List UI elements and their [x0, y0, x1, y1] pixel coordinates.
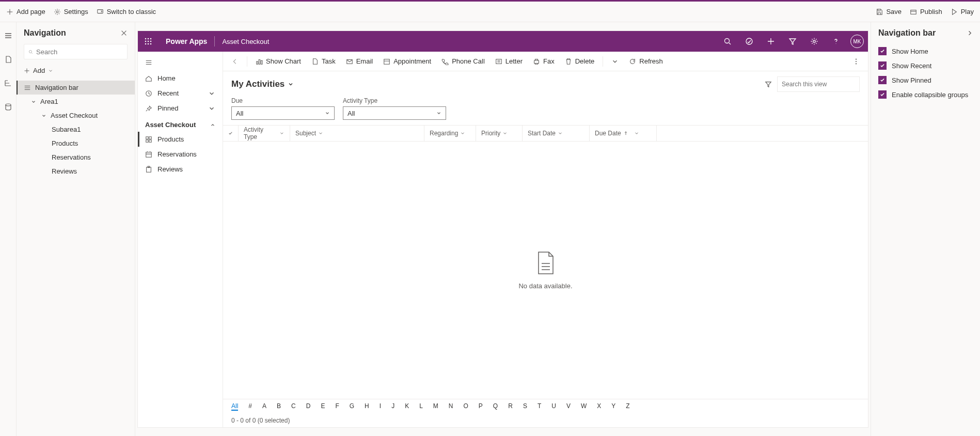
add-page-button[interactable]: Add page	[6, 8, 45, 15]
alpha-z[interactable]: Z	[626, 402, 629, 411]
switch-classic-button[interactable]: Switch to classic	[97, 8, 156, 15]
col-activity-type[interactable]: Activity Type	[239, 126, 290, 141]
alpha-d[interactable]: D	[306, 402, 311, 411]
svg-rect-31	[534, 60, 539, 63]
alpha-u[interactable]: U	[551, 402, 556, 411]
alpha-o[interactable]: O	[464, 402, 468, 411]
fax-button[interactable]: Fax	[529, 55, 559, 67]
play-button[interactable]: Play	[951, 8, 974, 15]
alpha-k[interactable]: K	[405, 402, 409, 411]
alpha-m[interactable]: M	[433, 402, 438, 411]
svg-rect-19	[149, 136, 151, 138]
alpha-x[interactable]: X	[597, 402, 601, 411]
sidebar-item-recent[interactable]: Recent	[138, 86, 223, 101]
chevron-right-icon[interactable]	[967, 30, 973, 36]
alpha-r[interactable]: R	[508, 402, 513, 411]
alpha-filter: All#ABCDEFGHIJKLMNOPQRSTUVWXYZ	[223, 399, 868, 414]
back-button[interactable]	[227, 56, 243, 67]
alpha-w[interactable]: W	[581, 402, 587, 411]
filter-button[interactable]	[782, 31, 803, 52]
sidebar-item-reviews[interactable]: Reviews	[138, 162, 223, 177]
calendar-icon	[145, 151, 152, 158]
nav-item-reviews[interactable]: Reviews	[17, 164, 135, 178]
sidebar-item-home[interactable]: Home	[138, 71, 223, 86]
alpha-g[interactable]: G	[350, 402, 354, 411]
add-button[interactable]: Add	[17, 64, 135, 77]
alpha-f[interactable]: F	[335, 402, 339, 411]
col-subject[interactable]: Subject	[290, 126, 424, 141]
col-regarding[interactable]: Regarding	[424, 126, 476, 141]
alpha-all[interactable]: All	[231, 402, 238, 411]
sidebar-item-pinned[interactable]: Pinned	[138, 101, 223, 116]
alpha-a[interactable]: A	[262, 402, 266, 411]
alpha-p[interactable]: P	[479, 402, 483, 411]
alpha-t[interactable]: T	[538, 402, 541, 411]
nav-item-area1[interactable]: Area1	[17, 95, 135, 108]
tree-icon[interactable]	[4, 79, 12, 87]
close-icon[interactable]	[120, 29, 128, 37]
view-title[interactable]: My Activities	[231, 79, 294, 89]
publish-button[interactable]: Publish	[910, 8, 942, 15]
nav-item-subarea1[interactable]: Subarea1	[17, 122, 135, 136]
filter-icon[interactable]	[765, 81, 772, 88]
alpha-q[interactable]: Q	[493, 402, 498, 411]
save-button[interactable]: Save	[876, 8, 902, 15]
nav-item-asset-checkout[interactable]: Asset Checkout	[17, 108, 135, 122]
help-button[interactable]	[826, 31, 846, 52]
delete-dropdown[interactable]	[607, 56, 623, 67]
user-avatar[interactable]: MK	[850, 35, 864, 48]
assistant-button[interactable]	[739, 31, 760, 52]
checkbox-collapsible[interactable]: Enable collapsible groups	[871, 87, 980, 102]
search-button[interactable]	[717, 31, 738, 52]
alpha-s[interactable]: S	[523, 402, 527, 411]
task-button[interactable]: Task	[307, 55, 340, 67]
alpha-h[interactable]: H	[365, 402, 369, 411]
show-chart-button[interactable]: Show Chart	[251, 55, 305, 67]
alpha-l[interactable]: L	[419, 402, 423, 411]
checkbox-show-pinned[interactable]: Show Pinned	[871, 73, 980, 87]
nav-item-navigation-bar[interactable]: Navigation bar	[17, 81, 135, 95]
col-due-date[interactable]: Due Date	[590, 126, 657, 141]
data-icon[interactable]	[4, 103, 12, 111]
sidebar-group-asset-checkout[interactable]: Asset Checkout	[138, 116, 223, 132]
search-view-input[interactable]	[777, 76, 860, 92]
due-select[interactable]: All	[231, 106, 335, 120]
sidebar-toggle[interactable]	[138, 56, 223, 71]
delete-button[interactable]: Delete	[561, 55, 599, 67]
alpha-e[interactable]: E	[321, 402, 325, 411]
alpha-v[interactable]: V	[566, 402, 571, 411]
nav-item-products[interactable]: Products	[17, 136, 135, 150]
letter-button[interactable]: Letter	[491, 55, 527, 67]
select-all-checkbox[interactable]	[223, 126, 239, 141]
settings-button[interactable]	[804, 31, 825, 52]
add-button[interactable]	[761, 31, 781, 52]
checkbox-show-recent[interactable]: Show Recent	[871, 58, 980, 73]
settings-button[interactable]: Settings	[54, 8, 88, 15]
col-priority[interactable]: Priority	[476, 126, 523, 141]
refresh-button[interactable]: Refresh	[625, 55, 667, 67]
activity-type-select[interactable]: All	[343, 106, 446, 120]
nav-search-input[interactable]	[24, 44, 128, 59]
alpha-n[interactable]: N	[449, 402, 453, 411]
hamburger-icon[interactable]	[4, 32, 12, 40]
alpha-i[interactable]: I	[380, 402, 381, 411]
more-button[interactable]	[848, 56, 864, 67]
col-start-date[interactable]: Start Date	[523, 126, 590, 141]
appointment-button[interactable]: Appointment	[379, 55, 435, 67]
sidebar-item-products[interactable]: Products	[138, 132, 223, 147]
phone-call-button[interactable]: Phone Call	[437, 55, 489, 67]
alpha-y[interactable]: Y	[611, 402, 615, 411]
chevron-down-icon	[48, 68, 53, 73]
email-button[interactable]: Email	[342, 55, 377, 67]
alpha-b[interactable]: B	[277, 402, 281, 411]
nav-item-reservations[interactable]: Reservations	[17, 150, 135, 164]
grid-header: Activity Type Subject Regarding Priority…	[223, 125, 868, 142]
checkbox-show-home[interactable]: Show Home	[871, 44, 980, 58]
grid-status: 0 - 0 of 0 (0 selected)	[223, 414, 868, 427]
page-icon[interactable]	[4, 55, 12, 64]
sidebar-item-reservations[interactable]: Reservations	[138, 147, 223, 162]
alpha-#[interactable]: #	[248, 402, 252, 411]
alpha-j[interactable]: J	[391, 402, 394, 411]
alpha-c[interactable]: C	[291, 402, 296, 411]
app-launcher-button[interactable]	[138, 31, 159, 52]
